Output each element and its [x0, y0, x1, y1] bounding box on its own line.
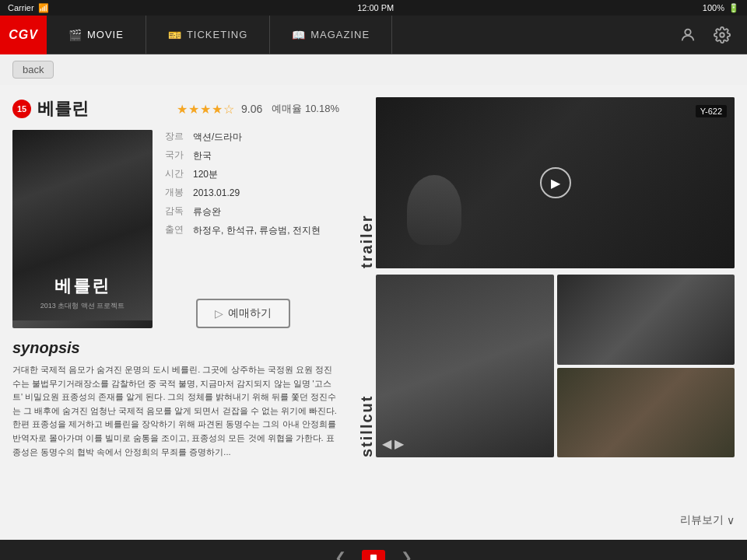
country-row: 국가 한국 [165, 149, 321, 163]
ticketing-nav-icon: 🎫 [168, 29, 182, 41]
nav-item-ticketing[interactable]: 🎫 TICKETING [146, 16, 270, 54]
user-icon-btn[interactable] [671, 18, 705, 52]
movie-info-table: 장르 액션/드라마 국가 한국 시간 120분 개봉 2013.01.29 [165, 130, 321, 288]
still-image-0[interactable]: ◀ ▶ [376, 275, 554, 457]
bottom-bar: ❮ ❯ [0, 540, 747, 560]
book-button[interactable]: ▷ 예매하기 [196, 299, 290, 328]
movie-title-wrap: 15 베를린 [12, 97, 89, 121]
main-content: 15 베를린 ★★★★☆ 9.06 예매율 10.18% 베를린 2013 초대… [0, 85, 747, 540]
nav-prev-arrow[interactable]: ❮ [335, 549, 346, 561]
magazine-nav-icon: 📖 [292, 29, 306, 41]
review-label: 리뷰보기 [680, 513, 724, 527]
back-label: back [23, 64, 44, 75]
stillcut-grid: ◀ ▶ [376, 275, 735, 457]
genre-value: 액션/드라마 [193, 130, 242, 144]
reservation-rate: 예매율 10.18% [272, 102, 339, 116]
right-panel: trailer ▶ Y-622 stillcut [339, 97, 735, 527]
back-button[interactable]: back [12, 61, 54, 79]
still-prev-arrow[interactable]: ◀ [382, 436, 391, 451]
play-button[interactable]: ▶ [540, 167, 571, 198]
nav-item-movie[interactable]: 🎬 MOVIE [47, 16, 146, 54]
indicator-dot [370, 555, 377, 561]
nav-ticketing-label: TICKETING [187, 29, 247, 40]
runtime-label: 시간 [165, 167, 193, 181]
country-value: 한국 [193, 149, 212, 163]
release-label: 개봉 [165, 186, 193, 200]
cast-label: 출연 [165, 223, 193, 237]
poster-title: 베를린 [12, 275, 153, 298]
director-label: 감독 [165, 205, 193, 219]
rating-wrap: ★★★★☆ 9.06 예매율 10.18% [177, 102, 339, 117]
book-label: 예매하기 [228, 306, 272, 320]
synopsis-title: synopsis [12, 339, 339, 357]
movie-info-area: 장르 액션/드라마 국가 한국 시간 120분 개봉 2013.01.29 [165, 130, 321, 328]
cgv-logo: CGV [0, 16, 47, 54]
nav-items: 🎬 MOVIE 🎫 TICKETING 📖 MAGAZINE [47, 16, 671, 54]
nav-movie-label: MOVIE [87, 29, 124, 40]
release-value: 2013.01.29 [193, 186, 240, 200]
movie-header: 15 베를린 ★★★★☆ 9.06 예매율 10.18% [12, 97, 339, 121]
trailer-scene: ▶ Y-622 [376, 97, 735, 268]
runtime-row: 시간 120분 [165, 167, 321, 181]
movie-nav-icon: 🎬 [68, 29, 82, 41]
page-indicator [362, 550, 385, 561]
battery-text: 100% [703, 3, 724, 12]
genre-row: 장르 액션/드라마 [165, 130, 321, 144]
age-rating-badge: 15 [12, 100, 31, 118]
trailer-section: trailer ▶ Y-622 [352, 97, 735, 268]
status-left: Carrier 📶 [8, 3, 49, 13]
still-next-arrow[interactable]: ▶ [395, 436, 404, 451]
nav-next-arrow[interactable]: ❯ [401, 549, 412, 561]
still-scene-0 [376, 275, 554, 457]
movie-detail-area: 베를린 2013 초대형 액션 프로젝트 장르 액션/드라마 국가 한국 [12, 130, 339, 328]
svg-point-1 [720, 33, 724, 37]
trailer-label: trailer [352, 97, 376, 268]
movie-poster: 베를린 2013 초대형 액션 프로젝트 [12, 130, 153, 328]
star-rating: ★★★★☆ [177, 102, 235, 117]
left-panel: 15 베를린 ★★★★☆ 9.06 예매율 10.18% 베를린 2013 초대… [12, 97, 339, 527]
director-value: 류승완 [193, 205, 221, 219]
cast-row: 출연 하정우, 한석규, 류승범, 전지현 [165, 223, 321, 237]
rating-score: 9.06 [241, 103, 262, 115]
release-row: 개봉 2013.01.29 [165, 186, 321, 200]
svg-point-0 [685, 29, 690, 34]
synopsis-text: 거대한 국제적 음모가 숨겨진 운명의 도시 베를린. 그곳에 상주하는 국정원… [12, 363, 339, 459]
status-right: 100% 🔋 [703, 3, 739, 13]
stillcut-section: stillcut ◀ ▶ [352, 275, 735, 457]
back-btn-wrap: back [0, 54, 747, 85]
book-icon: ▷ [215, 307, 223, 320]
trailer-badge: Y-622 [696, 105, 727, 117]
nav-right-icons [671, 18, 747, 52]
top-nav: CGV 🎬 MOVIE 🎫 TICKETING 📖 MAGAZINE [0, 16, 747, 54]
carrier-text: Carrier [8, 3, 34, 12]
synopsis-section: synopsis 거대한 국제적 음모가 숨겨진 운명의 도시 베를린. 그곳에… [12, 339, 339, 459]
cgv-logo-text: CGV [9, 28, 38, 42]
poster-year: 2013 초대형 액션 프로젝트 [12, 301, 153, 311]
cast-value: 하정우, 한석규, 류승범, 전지현 [193, 223, 321, 237]
status-time: 12:00 PM [357, 3, 394, 12]
book-btn-wrap: ▷ 예매하기 [165, 299, 321, 328]
nav-item-magazine[interactable]: 📖 MAGAZINE [270, 16, 392, 54]
director-row: 감독 류승완 [165, 205, 321, 219]
stillcut-label: stillcut [352, 275, 376, 457]
runtime-value: 120분 [193, 167, 218, 181]
status-bar: Carrier 📶 12:00 PM 100% 🔋 [0, 0, 747, 16]
review-chevron-icon: ∨ [727, 514, 735, 527]
trailer-thumbnail[interactable]: ▶ Y-622 [376, 97, 735, 268]
country-label: 국가 [165, 149, 193, 163]
still-image-1[interactable] [557, 275, 735, 365]
genre-label: 장르 [165, 130, 193, 144]
still-image-2[interactable] [557, 368, 735, 458]
movie-title: 베를린 [37, 97, 89, 121]
wifi-icon: 📶 [38, 3, 49, 13]
settings-icon-btn[interactable] [705, 18, 739, 52]
battery-icon: 🔋 [728, 3, 739, 13]
nav-magazine-label: MAGAZINE [310, 29, 370, 40]
review-link[interactable]: 리뷰보기 ∨ [680, 513, 735, 527]
